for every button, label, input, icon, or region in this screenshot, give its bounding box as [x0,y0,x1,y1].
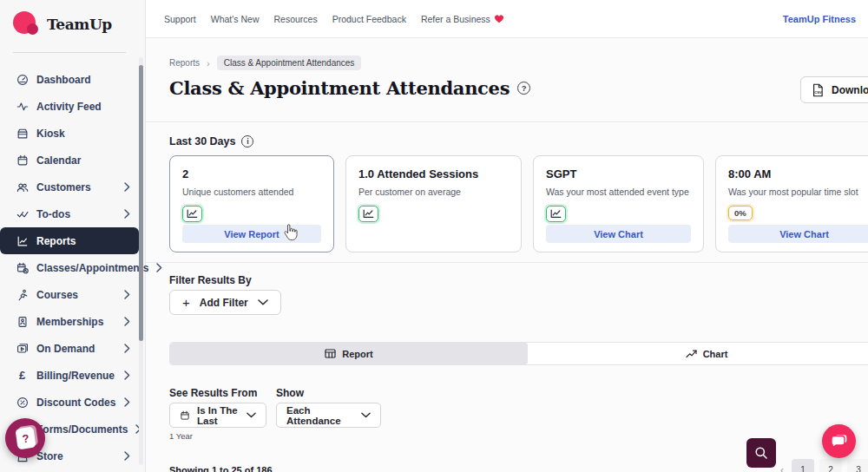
chevron-right-icon [124,290,130,299]
help-widget-button[interactable]: ? [5,418,45,458]
date-range-value: Is In The Last [197,405,240,426]
info-icon[interactable]: i [241,135,253,148]
top-navigation-bar: Support What's New Resources Product Fee… [146,0,868,38]
teamup-logo[interactable]: TeamUp [13,11,112,36]
view-chart-button[interactable]: View Chart [728,225,868,243]
header-divider [146,121,868,122]
sidebar-item-todos[interactable]: To-dos [0,200,139,227]
page-help-icon[interactable]: ? [517,82,530,95]
sidebar-item-classes-appointments[interactable]: Classes/Appointments [0,254,139,281]
chevron-right-icon [124,397,130,407]
page-title: Class & Appointment Attendances [169,77,510,99]
help-document-icon: ? [15,427,36,450]
breadcrumb-reports-link[interactable]: Reports [169,58,200,68]
add-filter-label: Add Filter [200,297,248,309]
topnav-whats-new-link[interactable]: What's New [211,14,260,24]
plus-icon: + [182,296,190,309]
stat-value: SGPT [546,167,576,180]
chat-bubbles-icon [830,433,849,450]
download-button[interactable]: CSV Download [800,76,868,103]
sidebar-item-dashboard[interactable]: Dashboard [0,66,139,93]
date-range-detail: 1 Year [169,431,193,441]
tab-chart[interactable]: Chart [528,343,868,364]
chevron-right-icon [124,344,130,353]
svg-text:CSV: CSV [814,90,822,95]
sidebar-item-kiosk[interactable]: Kiosk [0,120,139,147]
sidebar-item-label: Billing/Revenue [36,370,115,382]
breadcrumb: Reports › Class & Appointment Attendance… [169,56,361,70]
search-icon [754,446,768,460]
view-report-button[interactable]: View Report [182,225,321,243]
topnav-resources-link[interactable]: Resources [273,14,317,24]
csv-file-icon: CSV [812,83,824,97]
view-chart-button[interactable]: View Chart [546,225,691,243]
sidebar-item-on-demand[interactable]: On Demand [0,335,139,362]
billing-revenue-icon: £ [16,369,29,382]
pagination: ‹ 1 2 3 [778,459,868,472]
tab-report[interactable]: Report [170,343,528,364]
sidebar-item-label: Activity Feed [36,101,102,113]
sidebar-item-label: Memberships [36,316,103,328]
reports-icon [16,234,29,247]
pagination-page-2[interactable]: 2 [819,459,842,472]
kiosk-icon [16,127,29,140]
sidebar-item-billing-revenue[interactable]: £ Billing/Revenue [0,362,139,389]
sidebar-item-label: On Demand [36,343,95,355]
chevron-right-icon [124,317,130,326]
chevron-right-icon [124,182,130,192]
chevron-right-icon [124,451,130,461]
sidebar-item-label: Reports [36,235,76,247]
sidebar-item-reports[interactable]: Reports [0,227,139,254]
sidebar-item-label: Store [36,450,63,462]
breadcrumb-separator: › [207,58,210,69]
sidebar-item-label: Classes/Appointments [36,262,148,274]
sidebar-item-customers[interactable]: Customers [0,174,139,200]
refer-label: Refer a Business [421,14,490,24]
activity-feed-icon [16,100,29,113]
sidebar-item-calendar[interactable]: Calendar [0,147,139,174]
sidebar-scrollbar-thumb[interactable] [139,65,143,341]
dashboard-icon [16,73,29,86]
show-dropdown[interactable]: Each Attendance [276,403,381,428]
account-business-link[interactable]: TeamUp Fitness [783,14,856,24]
chat-widget-button[interactable] [822,424,856,458]
stat-card-popular-time-slot: 8:00 AM Was your most popular time slot … [715,155,868,252]
sidebar-item-label: Calendar [36,154,81,167]
discount-codes-icon [16,396,29,409]
search-button[interactable] [746,438,776,468]
topnav-product-feedback-link[interactable]: Product Feedback [332,14,406,24]
sidebar-divider [13,52,126,53]
breadcrumb-current-page: Class & Appointment Attendances [217,56,362,70]
add-filter-button[interactable]: + Add Filter [169,290,281,315]
topnav-support-link[interactable]: Support [164,14,196,24]
sidebar-nav: Dashboard Activity Feed Kiosk Calendar C… [0,66,139,469]
stat-card-unique-customers: 2 Unique customers attended View Report [169,155,334,252]
summary-cards-row: 2 Unique customers attended View Report … [169,155,868,252]
topnav-refer-a-business-link[interactable]: Refer a Business [421,14,504,24]
sidebar-item-memberships[interactable]: Memberships [0,308,139,335]
date-range-dropdown[interactable]: Is In The Last [169,403,266,428]
sidebar-item-label: Courses [36,289,78,301]
chart-badge-icon [182,206,202,222]
sidebar-item-label: Discount Codes [36,397,115,409]
trend-chart-icon [686,349,697,358]
show-value: Each Attendance [286,405,354,426]
tab-chart-label: Chart [703,349,728,359]
sidebar-item-courses[interactable]: Courses [0,281,139,308]
stat-description: Was your most attended event type [546,187,689,197]
report-chart-tabs: Report Chart [169,342,868,365]
chevron-right-icon [124,209,130,219]
pagination-prev-button[interactable]: ‹ [778,464,786,472]
chevron-down-icon [258,299,268,305]
pagination-page-3[interactable]: 3 [847,459,868,472]
todos-icon [16,207,29,220]
sidebar-item-label: Kiosk [36,128,65,140]
sidebar-item-activity-feed[interactable]: Activity Feed [0,93,139,120]
stat-card-attended-sessions: 1.0 Attended Sessions Per customer on av… [345,155,522,252]
sidebar-item-discount-codes[interactable]: Discount Codes [0,389,139,416]
stat-description: Was your most popular time slot [728,187,858,197]
sidebar-item-label: Dashboard [36,74,91,86]
pagination-page-1[interactable]: 1 [792,459,814,472]
see-results-from-label: See Results From [169,387,257,399]
percent-badge: 0% [728,206,753,220]
